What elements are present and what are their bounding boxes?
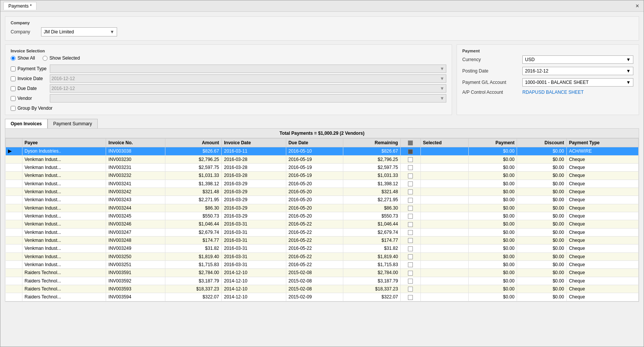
group-by-vendor-label: Group By Vendor (17, 106, 52, 111)
row-remaining: $1,046.44 (343, 220, 401, 228)
payment-type-checkbox[interactable] (11, 66, 16, 71)
table-row[interactable]: Raiders Technol...INV003591$2,784.002014… (6, 269, 639, 277)
row-checkbox[interactable] (400, 155, 420, 163)
row-payee: Venkman Indust... (22, 212, 106, 220)
table-wrapper: Total Payments = $1,000.29 (2 Vendors) P… (5, 128, 639, 302)
vendor-select[interactable]: ▼ (50, 94, 447, 103)
group-by-vendor-checkbox[interactable] (11, 106, 16, 111)
vendor-select-arrow: ▼ (440, 96, 444, 101)
row-checkbox[interactable] (400, 293, 420, 301)
row-checkbox[interactable] (400, 228, 420, 236)
posting-date-select[interactable]: 2016-12-12 ▼ (522, 67, 633, 75)
table-row[interactable]: Venkman Indust...INV003232$1,031.332016-… (6, 172, 639, 180)
row-payee: Raiders Technol... (22, 285, 106, 293)
row-select-checkbox[interactable] (408, 157, 413, 162)
row-select-checkbox[interactable] (408, 149, 413, 154)
row-selected-spacer (420, 155, 468, 163)
show-selected-radio[interactable]: Show Selected (43, 55, 80, 61)
vendor-checkbox-item[interactable]: Vendor (11, 96, 47, 101)
row-checkbox[interactable] (400, 236, 420, 244)
close-button[interactable]: × (634, 3, 641, 9)
row-checkbox[interactable] (400, 180, 420, 188)
tab-payment-summary[interactable]: Payment Summary (48, 119, 98, 128)
invoice-date-checkbox[interactable] (11, 76, 16, 81)
row-select-checkbox[interactable] (408, 271, 413, 276)
row-select-checkbox[interactable] (408, 295, 413, 300)
show-all-radio[interactable]: Show All (11, 55, 35, 61)
table-row[interactable]: Raiders Technol...INV003593$18,337.23201… (6, 285, 639, 293)
table-row[interactable]: Venkman Indust...INV003249$31.822016-03-… (6, 244, 639, 252)
row-select-checkbox[interactable] (408, 222, 413, 227)
row-checkbox[interactable] (400, 220, 420, 228)
row-select-checkbox[interactable] (408, 206, 413, 211)
ap-control-value[interactable]: RDAPUSD BALANCE SHEET (522, 90, 633, 95)
row-select-checkbox[interactable] (408, 254, 413, 259)
table-row[interactable]: Venkman Indust...INV003231$2,597.752016-… (6, 163, 639, 171)
row-select-checkbox[interactable] (408, 189, 413, 194)
row-due-date: 2015-02-09 (286, 293, 343, 301)
row-invoice: INV003250 (106, 252, 165, 260)
row-select-checkbox[interactable] (408, 246, 413, 251)
company-dropdown[interactable]: JM Die Limited ▼ (41, 27, 117, 36)
show-selected-radio-input[interactable] (43, 56, 48, 61)
table-row[interactable]: Venkman Indust...INV003241$1,398.122016-… (6, 180, 639, 188)
row-checkbox[interactable] (400, 196, 420, 204)
row-discount: $0.00 (517, 236, 566, 244)
row-select-checkbox[interactable] (408, 165, 413, 170)
window-tab-title[interactable]: Payments * (3, 2, 36, 10)
due-date-checkbox[interactable] (11, 86, 16, 91)
currency-select[interactable]: USD ▼ (522, 55, 633, 64)
row-select-checkbox[interactable] (408, 279, 413, 284)
table-row[interactable]: Venkman Indust...INV003242$321.482016-03… (6, 188, 639, 196)
row-select-checkbox[interactable] (408, 198, 413, 203)
row-indicator (6, 212, 22, 220)
row-select-checkbox[interactable] (408, 287, 413, 292)
row-select-checkbox[interactable] (408, 214, 413, 219)
due-date-checkbox-item[interactable]: Due Date (11, 86, 47, 91)
table-row[interactable]: Venkman Indust...INV003244$86.302016-03-… (6, 204, 639, 212)
select-all-checkbox[interactable] (408, 140, 413, 145)
row-checkbox[interactable] (400, 277, 420, 285)
table-row[interactable]: Venkman Indust...INV003246$1,046.442016-… (6, 220, 639, 228)
table-row[interactable]: Venkman Indust...INV003250$1,819.402016-… (6, 252, 639, 260)
row-checkbox[interactable] (400, 147, 420, 155)
row-checkbox[interactable] (400, 269, 420, 277)
table-row[interactable]: Raiders Technol...INV003594$322.072014-1… (6, 293, 639, 301)
col-select-all[interactable] (400, 139, 420, 147)
table-row[interactable]: ▶Dyson Industries..INV003038$826.672016-… (6, 147, 639, 155)
table-row[interactable]: Venkman Indust...INV003243$2,271.952016-… (6, 196, 639, 204)
row-checkbox[interactable] (400, 212, 420, 220)
row-checkbox[interactable] (400, 260, 420, 268)
payment-gl-select[interactable]: 1000-0001 - BALANCE SHEET ▼ (522, 78, 633, 87)
row-select-checkbox[interactable] (408, 181, 413, 186)
row-invoice: INV003241 (106, 180, 165, 188)
table-row[interactable]: Venkman Indust...INV003247$2,679.742016-… (6, 228, 639, 236)
row-discount: $0.00 (517, 277, 566, 285)
row-select-checkbox[interactable] (408, 174, 413, 178)
row-checkbox[interactable] (400, 252, 420, 260)
main-panels: Invoice Selection Show All Show Selected… (5, 44, 639, 115)
payment-type-checkbox-item[interactable]: Payment Type (11, 66, 47, 71)
table-row[interactable]: Venkman Indust...INV003230$2,796.252016-… (6, 155, 639, 163)
tab-open-invoices[interactable]: Open Invoices (5, 119, 48, 128)
row-checkbox[interactable] (400, 285, 420, 293)
row-select-checkbox[interactable] (408, 238, 413, 243)
row-select-checkbox[interactable] (408, 230, 413, 235)
row-checkbox[interactable] (400, 163, 420, 171)
invoice-date-select[interactable]: 2016-12-12 ▼ (50, 74, 447, 83)
row-select-checkbox[interactable] (408, 262, 413, 267)
row-checkbox[interactable] (400, 172, 420, 180)
row-checkbox[interactable] (400, 188, 420, 196)
table-row[interactable]: Raiders Technol...INV003592$3,187.792014… (6, 277, 639, 285)
invoice-date-checkbox-item[interactable]: Invoice Date (11, 76, 47, 81)
table-row[interactable]: Venkman Indust...INV003251$1,715.832016-… (6, 260, 639, 268)
table-row[interactable]: Venkman Indust...INV003245$550.732016-03… (6, 212, 639, 220)
row-checkbox[interactable] (400, 244, 420, 252)
show-all-radio-input[interactable] (11, 56, 16, 61)
payment-type-select[interactable]: ▼ (50, 65, 447, 73)
vendor-checkbox[interactable] (11, 96, 16, 101)
due-date-select[interactable]: 2016-12-12 ▼ (50, 84, 447, 93)
row-checkbox[interactable] (400, 204, 420, 212)
table-row[interactable]: Venkman Indust...INV003248$174.772016-03… (6, 236, 639, 244)
row-due-date: 2016-05-22 (286, 252, 343, 260)
